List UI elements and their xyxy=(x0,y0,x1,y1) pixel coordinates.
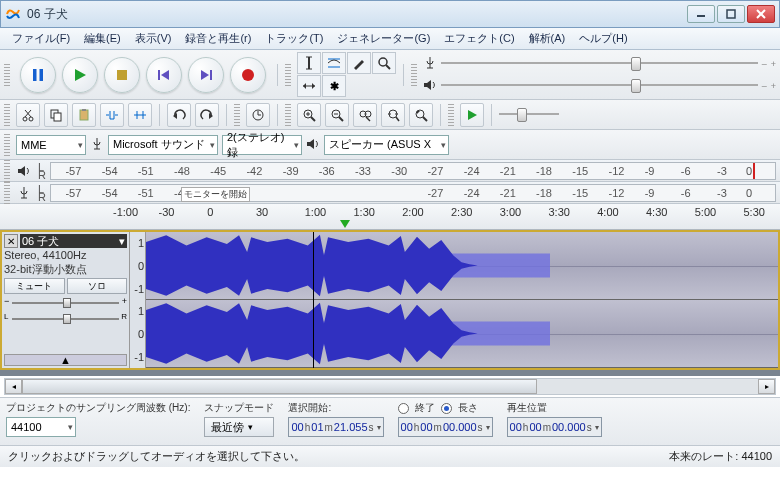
close-button[interactable] xyxy=(747,5,775,23)
menu-transport[interactable]: 録音と再生(r) xyxy=(179,29,257,48)
ruler-tick: 2:30 xyxy=(451,206,472,218)
playback-meter-toolbar: LR -57-54-51-48-45-42-39-36-33-30-27-24-… xyxy=(0,160,780,182)
selection-tool[interactable] xyxy=(297,52,321,74)
track-name-dropdown[interactable]: 06 子犬▾ xyxy=(20,234,127,248)
scroll-left-button[interactable]: ◂ xyxy=(5,379,22,394)
track-gain-slider[interactable]: − + xyxy=(4,296,127,310)
zoom-in-button[interactable] xyxy=(297,103,321,127)
toolbar-grip[interactable] xyxy=(4,134,10,156)
track-bitdepth-label: 32-bit浮動小数点 xyxy=(4,264,127,276)
play-button[interactable] xyxy=(62,57,98,93)
svg-point-23 xyxy=(23,117,27,121)
track-close-button[interactable]: ✕ xyxy=(4,234,18,248)
device-toolbar: MME▾ Microsoft サウンド▾ 2(ステレオ)録▾ スピーカー (AS… xyxy=(0,130,780,160)
playback-meter[interactable]: -57-54-51-48-45-42-39-36-33-30-27-24-21-… xyxy=(50,162,776,180)
ruler-tick: 1:30 xyxy=(354,206,375,218)
status-bar: クリックおよびドラッグしてオーディオを選択して下さい。 本来のレート: 4410… xyxy=(0,445,780,467)
zoom-tool[interactable] xyxy=(372,52,396,74)
minimize-button[interactable] xyxy=(687,5,715,23)
track-collapse-button[interactable]: ▲ xyxy=(4,354,127,366)
play-vol-plus: + xyxy=(771,81,776,91)
track-pan-slider[interactable]: L R xyxy=(4,312,127,326)
playback-speed-slider[interactable] xyxy=(499,106,559,124)
actual-rate-label: 本来のレート: 44100 xyxy=(669,449,772,464)
track-control-panel: ✕ 06 子犬▾ Stereo, 44100Hz 32-bit浮動小数点 ミュー… xyxy=(2,232,130,368)
svg-marker-52 xyxy=(417,111,420,114)
snap-mode-dropdown[interactable]: 最近傍▾ xyxy=(204,417,274,437)
play-at-speed-button[interactable] xyxy=(460,103,484,127)
selection-length-radio[interactable] xyxy=(441,403,452,414)
menu-view[interactable]: 表示(V) xyxy=(129,29,178,48)
maximize-button[interactable] xyxy=(717,5,745,23)
mute-button[interactable]: ミュート xyxy=(4,278,65,294)
redo-button[interactable] xyxy=(195,103,219,127)
toolbar-grip[interactable] xyxy=(448,104,454,126)
toolbar-grip[interactable] xyxy=(4,160,10,182)
scroll-right-button[interactable]: ▸ xyxy=(758,379,775,394)
toolbar-grip[interactable] xyxy=(4,104,10,126)
playback-device-dropdown[interactable]: スピーカー (ASUS X▾ xyxy=(324,135,449,155)
toolbar-grip[interactable] xyxy=(234,104,240,126)
zoom-out-button[interactable] xyxy=(325,103,349,127)
copy-button[interactable] xyxy=(44,103,68,127)
recording-channels-dropdown[interactable]: 2(ステレオ)録▾ xyxy=(222,135,302,155)
timeshift-tool[interactable] xyxy=(297,75,321,97)
trim-button[interactable] xyxy=(100,103,124,127)
undo-button[interactable] xyxy=(167,103,191,127)
multi-tool[interactable]: ✱ xyxy=(322,75,346,97)
fit-project-button[interactable] xyxy=(381,103,405,127)
toolbar-grip[interactable] xyxy=(4,64,10,86)
draw-tool[interactable] xyxy=(347,52,371,74)
stop-button[interactable] xyxy=(104,57,140,93)
selection-length-time[interactable]: 00h 00m 00.000s ▾ xyxy=(398,417,493,437)
paste-button[interactable] xyxy=(72,103,96,127)
timeline-ruler[interactable]: -1:00 -30 0 30 1:00 1:30 2:00 2:30 3:00 … xyxy=(0,204,780,230)
project-rate-dropdown[interactable]: 44100▾ xyxy=(6,417,76,437)
start-monitoring-label[interactable]: モニターを開始 xyxy=(181,187,250,202)
toolbar-grip[interactable] xyxy=(285,104,291,126)
svg-rect-30 xyxy=(82,109,86,111)
horizontal-scrollbar[interactable]: ◂ ▸ xyxy=(4,378,776,395)
zoom-toggle-button[interactable] xyxy=(409,103,433,127)
recording-volume-slider[interactable] xyxy=(441,55,758,73)
sync-lock-button[interactable] xyxy=(246,103,270,127)
menu-file[interactable]: ファイル(F) xyxy=(6,29,76,48)
menu-edit[interactable]: 編集(E) xyxy=(78,29,127,48)
silence-button[interactable] xyxy=(128,103,152,127)
menu-tracks[interactable]: トラック(T) xyxy=(259,29,329,48)
svg-marker-20 xyxy=(312,83,315,89)
toolbar-grip[interactable] xyxy=(285,64,291,86)
audio-position-time[interactable]: 00h 00m 00.000s ▾ xyxy=(507,417,602,437)
solo-button[interactable]: ソロ xyxy=(67,278,128,294)
svg-marker-54 xyxy=(307,139,314,149)
skip-end-button[interactable] xyxy=(188,57,224,93)
waveform-display[interactable] xyxy=(146,232,778,368)
menu-analyze[interactable]: 解析(A) xyxy=(523,29,572,48)
playback-volume-slider[interactable] xyxy=(441,77,758,95)
menu-help[interactable]: ヘルプ(H) xyxy=(573,29,633,48)
toolbar-grip[interactable] xyxy=(411,64,417,86)
pause-button[interactable] xyxy=(20,57,56,93)
selection-start-time[interactable]: 00h 01m 21.055s ▾ xyxy=(288,417,383,437)
speaker-icon xyxy=(306,137,320,153)
title-bar: 06 子犬 xyxy=(0,0,780,28)
toolbar-grip[interactable] xyxy=(4,182,10,204)
fit-selection-button[interactable] xyxy=(353,103,377,127)
selection-end-label: 終了 xyxy=(415,401,435,415)
menu-effect[interactable]: エフェクト(C) xyxy=(438,29,520,48)
cut-button[interactable] xyxy=(16,103,40,127)
recording-device-dropdown[interactable]: Microsoft サウンド▾ xyxy=(108,135,218,155)
playhead-marker[interactable] xyxy=(340,220,350,228)
skip-start-button[interactable] xyxy=(146,57,182,93)
snap-mode-label: スナップモード xyxy=(204,401,274,415)
audio-host-dropdown[interactable]: MME▾ xyxy=(16,135,86,155)
envelope-tool[interactable] xyxy=(322,52,346,74)
menu-generate[interactable]: ジェネレーター(G) xyxy=(331,29,436,48)
recording-meter[interactable]: -57-54-51-48-45-27-24-21-18-15-12-9-6-30… xyxy=(50,184,776,202)
ruler-tick: 1:00 xyxy=(305,206,326,218)
selection-end-radio[interactable] xyxy=(398,403,409,414)
rec-vol-plus: + xyxy=(771,59,776,69)
speaker-icon xyxy=(423,78,437,94)
record-button[interactable] xyxy=(230,57,266,93)
scrollbar-thumb[interactable] xyxy=(22,379,537,394)
